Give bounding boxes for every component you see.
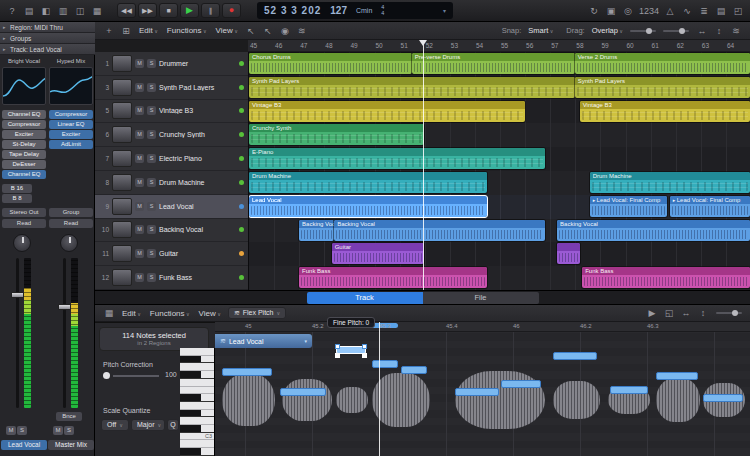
piano-key[interactable]	[180, 440, 214, 448]
track-solo-button[interactable]: S	[147, 273, 156, 282]
region-lead-vocal-final-comp[interactable]: Lead Vocal: Final Comp	[670, 196, 750, 217]
region-lead-vocal-final-comp[interactable]: Lead Vocal: Final Comp	[590, 196, 668, 217]
piano-key[interactable]	[180, 402, 214, 410]
pan-knob-right[interactable]	[60, 234, 78, 252]
flex-pitch-note[interactable]	[501, 380, 541, 388]
snap-selector[interactable]: Smart	[528, 26, 553, 35]
list-editors-icon[interactable]: ≣	[698, 4, 710, 18]
tracks-menu-functions[interactable]: Functions	[167, 26, 207, 35]
fader-handle[interactable]	[58, 304, 71, 310]
track-row-6[interactable]: 6MSCrunchy Synth	[95, 123, 248, 147]
plugin-slot-exciter[interactable]: Exciter	[49, 130, 93, 139]
piano-key[interactable]	[180, 410, 214, 418]
track-mute-button[interactable]: M	[135, 106, 144, 115]
track-solo-button[interactable]: S	[147, 225, 156, 234]
strip-solo-left[interactable]: S	[17, 426, 27, 435]
play-button[interactable]: ▶	[180, 3, 199, 18]
track-solo-button[interactable]: S	[147, 202, 156, 211]
master-strip-name[interactable]: Master Mix	[48, 440, 94, 450]
editor-zoom-h-icon[interactable]: ↔	[680, 306, 692, 320]
piano-key[interactable]	[180, 448, 214, 456]
piano-key[interactable]	[180, 387, 214, 395]
catch-playhead-icon[interactable]: ▶	[646, 306, 658, 320]
track-row-9[interactable]: 9MSLead Vocal	[95, 195, 248, 219]
playhead[interactable]	[423, 40, 424, 290]
piano-key[interactable]	[180, 363, 214, 371]
flex-pitch-note[interactable]	[656, 372, 698, 380]
waveform-zoom-icon[interactable]: ≋	[730, 24, 742, 38]
region-vintage-b3[interactable]: Vintage B3	[580, 101, 750, 122]
editor-track-header[interactable]: ≋ Lead Vocal	[215, 334, 312, 348]
plugin-slot-tape-delay[interactable]: Tape Delay	[2, 150, 46, 159]
region-vintage-b3[interactable]: Vintage B3	[249, 101, 525, 122]
output-slot[interactable]: Stereo Out	[2, 208, 46, 217]
plugin-slot-compressor[interactable]: Compressor	[49, 110, 93, 119]
track-mute-button[interactable]: M	[135, 59, 144, 68]
tracks-menu-edit[interactable]: Edit	[139, 26, 158, 35]
track-row-3[interactable]: 3MSSynth Pad Layers	[95, 76, 248, 100]
pitch-correction-handle[interactable]	[103, 372, 110, 379]
piano-key[interactable]	[180, 417, 214, 425]
metronome-icon[interactable]: △	[664, 4, 676, 18]
region-backing-vocal[interactable]: Backing Vocal	[299, 220, 334, 241]
add-track-icon[interactable]: +	[103, 24, 115, 38]
editor-zoom-slider[interactable]	[716, 312, 742, 314]
track-mute-button[interactable]: M	[135, 225, 144, 234]
track-row-10[interactable]: 10MSBacking Vocal	[95, 219, 248, 243]
tab-track[interactable]: Track	[307, 292, 423, 304]
link-icon[interactable]: ◱	[663, 306, 675, 320]
pitch-correction-slider[interactable]	[113, 375, 159, 377]
bounce-button[interactable]: Bnce	[56, 412, 82, 421]
tracks-menu-view[interactable]: View	[216, 26, 238, 35]
automation-mode-left[interactable]: Read	[2, 219, 46, 228]
track-mute-button[interactable]: M	[135, 154, 144, 163]
arrange-area[interactable]: Chorus DrumsPre-verse DrumsVerse 2 Drums…	[248, 52, 750, 290]
strip-solo-right[interactable]: S	[64, 426, 74, 435]
note-pads-icon[interactable]: ▤	[715, 4, 727, 18]
group-slot[interactable]: Group	[49, 208, 93, 217]
browsers-icon[interactable]: ◰	[732, 4, 744, 18]
flex-mode-selector[interactable]: ≋ Flex Pitch	[228, 307, 286, 319]
pointer-tool-selector[interactable]: ↖	[245, 24, 257, 38]
cycle-icon[interactable]: ↻	[588, 4, 600, 18]
plugin-slot-exciter[interactable]: Exciter	[2, 130, 46, 139]
region-inspector-header[interactable]: Region: MIDI Thru	[0, 22, 95, 33]
automation-mode-right[interactable]: Read	[49, 219, 93, 228]
piano-key[interactable]	[180, 425, 214, 433]
plugin-slot-adlimit[interactable]: AdLimit	[49, 140, 93, 149]
track-solo-button[interactable]: S	[147, 83, 156, 92]
piano-key[interactable]	[180, 356, 214, 364]
piano-key[interactable]	[180, 348, 214, 356]
editor-view-icon[interactable]: ▦	[103, 306, 115, 320]
piano-key[interactable]	[180, 394, 214, 402]
region-backing-vocal[interactable]: Backing Vocal	[557, 220, 750, 241]
vertical-zoom-slider[interactable]	[663, 30, 689, 32]
region-guitar[interactable]: Guitar	[332, 243, 425, 264]
track-solo-button[interactable]: S	[147, 249, 156, 258]
region-clip[interactable]	[557, 243, 580, 264]
volume-fader-right[interactable]	[63, 258, 66, 408]
region-crunchy-synth[interactable]: Crunchy Synth	[249, 124, 424, 145]
track-inspector-header[interactable]: Track: Lead Vocal	[0, 44, 95, 55]
plugin-slot-deesser[interactable]: DeEsser	[2, 160, 46, 169]
flex-pitch-note[interactable]	[401, 366, 427, 374]
record-button[interactable]: ●	[222, 3, 241, 18]
region-backing-vocal[interactable]: Backing Vocal	[334, 220, 544, 241]
region-lead-vocal[interactable]: Lead Vocal	[249, 196, 487, 217]
track-solo-button[interactable]: S	[147, 154, 156, 163]
track-mute-button[interactable]: M	[135, 83, 144, 92]
piano-key[interactable]	[180, 379, 214, 387]
master-volume-icon[interactable]: ∿	[681, 4, 693, 18]
piano-key[interactable]	[180, 371, 214, 379]
track-row-8[interactable]: 8MSDrum Machine	[95, 171, 248, 195]
channel-eq-thumbnail[interactable]	[2, 67, 46, 105]
forward-button[interactable]: ▶▶	[138, 3, 157, 18]
editor-menu-edit[interactable]: Edit	[122, 309, 141, 318]
toolbar-icon[interactable]: ▥	[57, 4, 69, 18]
master-eq-thumbnail[interactable]	[49, 67, 93, 105]
plugin-slot-channel-eq[interactable]: Channel EQ	[2, 170, 46, 179]
editor-menu-functions[interactable]: Functions	[150, 309, 190, 318]
region-drum-machine[interactable]: Drum Machine	[590, 172, 750, 193]
lcd-dropdown-icon[interactable]: ▾	[443, 7, 446, 14]
library-icon[interactable]: ▤	[23, 4, 35, 18]
